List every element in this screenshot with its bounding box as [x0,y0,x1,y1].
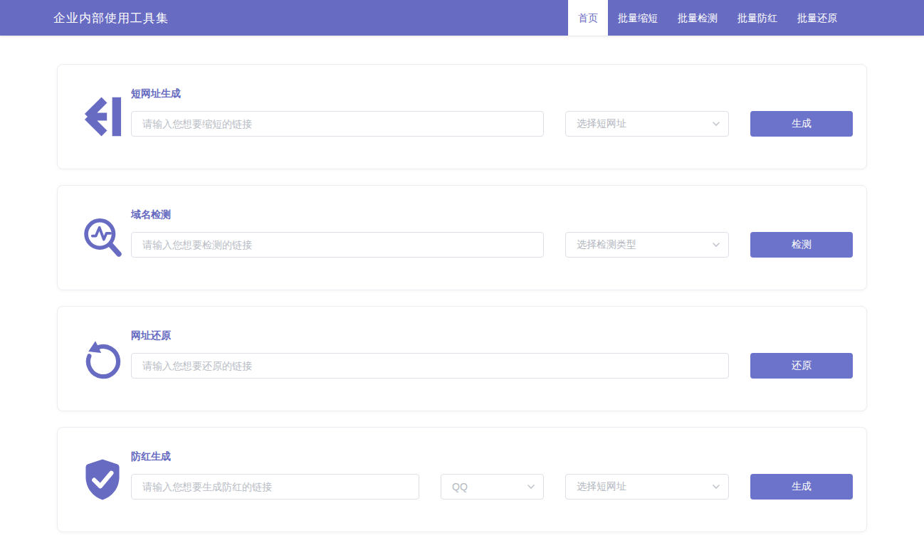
app-title: 企业内部使用工具集 [53,10,169,26]
card-title: 网址还原 [131,329,853,342]
card-short-url: 短网址生成 选择短网址 生成 [57,64,867,169]
check-link-input[interactable] [131,232,544,258]
generate-button[interactable]: 生成 [750,111,853,137]
card-title: 短网址生成 [131,88,853,100]
nav-tab-batch-restore[interactable]: 批量还原 [787,0,847,36]
card-domain-check: 域名检测 选择检测类型 检测 [57,185,867,290]
short-url-type-select[interactable]: 选择短网址 [565,474,729,500]
card-antired: 防红生成 QQ 选择短网址 生成 [57,427,867,532]
card-title: 防红生成 [131,450,853,463]
short-url-type-select[interactable]: 选择短网址 [565,111,729,137]
card-url-restore: 网址还原 还原 [57,306,867,411]
main-nav: 首页 批量缩短 批量检测 批量防红 批量还原 [568,0,847,36]
restore-button[interactable]: 还原 [750,353,853,379]
chevron-down-icon [711,240,721,250]
nav-tab-batch-check[interactable]: 批量检测 [668,0,728,36]
select-value: 选择检测类型 [577,238,636,251]
nav-tab-batch-antired[interactable]: 批量防红 [728,0,787,36]
chevron-down-icon [711,119,721,129]
antired-link-input[interactable] [131,474,419,500]
nav-tab-batch-shorten[interactable]: 批量缩短 [608,0,668,36]
restore-link-input[interactable] [131,353,729,379]
chevron-down-icon [711,482,721,492]
platform-select[interactable]: QQ [441,474,544,500]
chevron-down-icon [526,482,536,492]
select-value: 选择短网址 [577,480,626,493]
generate-button[interactable]: 生成 [750,474,853,500]
check-button[interactable]: 检测 [750,232,853,258]
app-header: 企业内部使用工具集 首页 批量缩短 批量检测 批量防红 批量还原 [0,0,924,36]
main-content: 短网址生成 选择短网址 生成 域名检测 [0,36,924,532]
shield-check-icon [74,458,131,502]
nav-tab-home[interactable]: 首页 [568,0,608,36]
search-pulse-icon [74,216,131,260]
card-url-restore-body: 网址还原 还原 [131,329,853,379]
card-domain-check-body: 域名检测 选择检测类型 检测 [131,208,853,258]
check-type-select[interactable]: 选择检测类型 [565,232,729,258]
select-value: QQ [452,481,468,492]
card-antired-body: 防红生成 QQ 选择短网址 生成 [131,450,853,500]
card-short-url-body: 短网址生成 选择短网址 生成 [131,88,853,137]
step-back-arrow-icon [74,95,131,139]
undo-arrow-icon [74,337,131,381]
shorten-link-input[interactable] [131,111,544,137]
card-title: 域名检测 [131,208,853,221]
select-value: 选择短网址 [577,117,626,130]
